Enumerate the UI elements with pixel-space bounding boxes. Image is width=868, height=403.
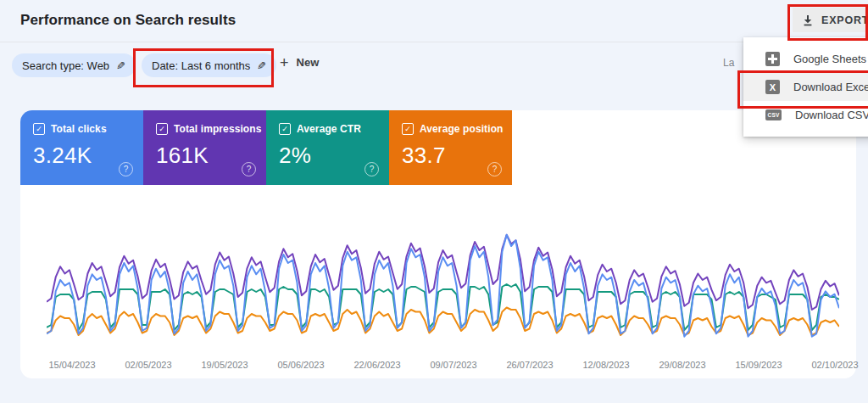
x-axis-tick-label: 12/08/2023	[568, 360, 644, 370]
csv-icon: CSV	[765, 109, 782, 120]
x-axis-tick-label: 29/08/2023	[644, 360, 721, 370]
download-icon	[802, 14, 814, 26]
help-icon[interactable]: ?	[242, 162, 256, 176]
new-filter-label: New	[297, 56, 320, 69]
x-axis-tick-label: 26/07/2023	[492, 360, 568, 370]
checkbox-checked-icon[interactable]: ✓	[33, 123, 45, 135]
header-divider	[0, 42, 868, 42]
series-average-position	[47, 308, 839, 336]
help-icon[interactable]: ?	[364, 162, 379, 176]
menu-item-label: Download Excel	[793, 81, 868, 93]
date-chip-label: Date: Last 6 months	[152, 59, 250, 72]
export-button[interactable]: EXPORT	[793, 8, 868, 32]
excel-icon: X	[765, 80, 780, 94]
checkbox-checked-icon[interactable]: ✓	[279, 123, 291, 135]
plus-icon: +	[280, 57, 289, 69]
checkbox-checked-icon[interactable]: ✓	[156, 123, 168, 135]
report-panel: ✓ Total clicks 3.24K ? ✓ Total impressio…	[20, 110, 856, 378]
x-axis-tick-label: 09/07/2023	[415, 360, 492, 370]
x-axis-tick-label: 19/05/2023	[186, 360, 263, 370]
edit-pencil-icon: ✎	[116, 59, 125, 72]
metric-card-average-position[interactable]: ✓ Average position 33.7 ?	[389, 110, 512, 185]
date-filter-chip[interactable]: Date: Last 6 months ✎	[142, 53, 276, 77]
menu-item-label: Download CSV	[795, 109, 868, 121]
x-axis-tick-label: 05/06/2023	[263, 360, 339, 370]
metric-card-total-impressions[interactable]: ✓ Total impressions 161K ?	[143, 110, 266, 185]
last-updated-partial-text: La	[723, 57, 734, 69]
menu-item-google-sheets[interactable]: Google Sheets	[743, 45, 868, 73]
search-type-chip-label: Search type: Web	[22, 59, 109, 72]
edit-pencil-icon: ✎	[257, 59, 266, 72]
performance-page: Performance on Search results EXPORT Sea…	[0, 0, 868, 403]
menu-item-download-csv[interactable]: CSV Download CSV	[743, 101, 868, 129]
metric-cards: ✓ Total clicks 3.24K ? ✓ Total impressio…	[20, 110, 512, 185]
metric-label: Average position	[420, 123, 504, 135]
metric-label: Total impressions	[174, 123, 262, 135]
x-axis-tick-label: 15/09/2023	[721, 360, 797, 370]
export-dropdown-menu: Google Sheets X Download Excel CSV Downl…	[743, 37, 868, 137]
metric-card-average-ctr[interactable]: ✓ Average CTR 2% ?	[266, 110, 389, 185]
menu-item-label: Google Sheets	[793, 53, 866, 65]
page-title: Performance on Search results	[20, 12, 236, 29]
x-axis-tick-label: 22/06/2023	[339, 360, 415, 370]
x-axis-tick-label: 15/04/2023	[34, 360, 110, 370]
checkbox-checked-icon[interactable]: ✓	[402, 123, 414, 135]
export-button-label: EXPORT	[821, 14, 868, 26]
series-average-ctr	[47, 284, 839, 330]
google-sheets-icon	[765, 52, 780, 66]
search-type-chip[interactable]: Search type: Web ✎	[12, 53, 136, 77]
metric-label: Total clicks	[51, 123, 107, 135]
help-icon[interactable]: ?	[487, 162, 502, 176]
metric-label: Average CTR	[297, 123, 361, 135]
help-icon[interactable]: ?	[119, 162, 133, 176]
x-axis-tick-label: 02/10/2023	[797, 360, 868, 370]
performance-line-chart[interactable]	[47, 217, 839, 351]
x-axis-labels: 15/04/202302/05/202319/05/202305/06/2023…	[34, 360, 868, 370]
menu-item-download-excel[interactable]: X Download Excel	[743, 73, 868, 101]
metric-card-total-clicks[interactable]: ✓ Total clicks 3.24K ?	[20, 110, 143, 185]
x-axis-tick-label: 02/05/2023	[110, 360, 186, 370]
new-filter-button[interactable]: + New	[280, 56, 319, 69]
